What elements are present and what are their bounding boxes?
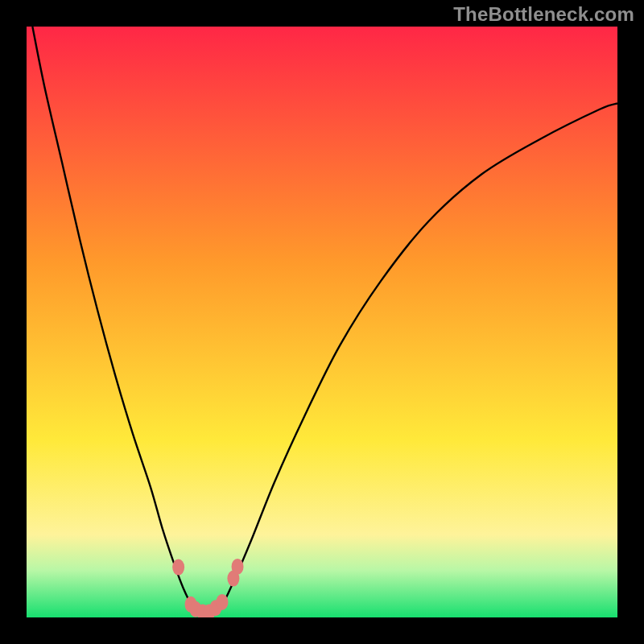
data-dot (216, 594, 228, 610)
watermark-text: TheBottleneck.com (453, 3, 634, 26)
data-dot (232, 559, 244, 575)
gradient-background (27, 27, 617, 617)
chart-svg (27, 27, 617, 617)
outer-frame: TheBottleneck.com (0, 0, 644, 644)
data-dot (172, 559, 184, 576)
chart-plot-area (27, 27, 617, 617)
